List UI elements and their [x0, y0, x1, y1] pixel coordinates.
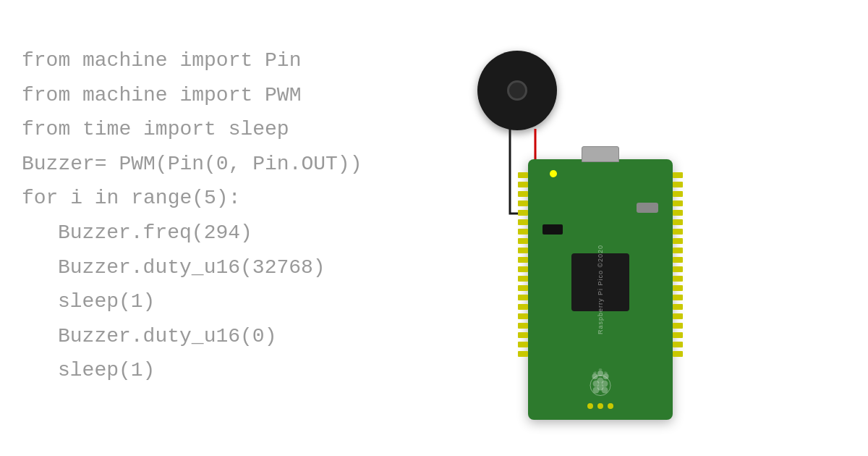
pin: [673, 238, 683, 244]
svg-point-1: [592, 373, 598, 379]
pin: [518, 238, 528, 244]
pin: [673, 210, 683, 216]
buzzer-outer: [477, 51, 557, 130]
svg-point-11: [602, 387, 608, 394]
pin: [518, 313, 528, 319]
pin: [518, 257, 528, 263]
pin: [518, 182, 528, 187]
pin: [673, 266, 683, 272]
code-line: Buzzer.duty_u16(32768): [22, 250, 362, 285]
pin: [518, 210, 528, 216]
pin: [518, 276, 528, 282]
pin: [673, 229, 683, 235]
pin: [673, 304, 683, 310]
pin: [518, 172, 528, 178]
code-line: for i in range(5):: [22, 181, 362, 216]
debug-pad: [608, 403, 613, 409]
pins-left: [518, 172, 528, 357]
pin: [518, 332, 528, 338]
pin: [673, 200, 683, 206]
code-line: from machine import Pin: [22, 43, 362, 78]
crystal-oscillator: [637, 203, 658, 213]
pin: [673, 295, 683, 300]
pin: [518, 342, 528, 347]
raspberry-pi-logo: [582, 366, 618, 402]
code-line: from time import sleep: [22, 112, 362, 147]
pin: [518, 323, 528, 329]
svg-point-12: [597, 378, 604, 384]
bootsel-button: [542, 224, 563, 235]
svg-point-10: [593, 387, 600, 394]
pin: [518, 285, 528, 291]
code-line: Buzzer.duty_u16(0): [22, 319, 362, 354]
pin: [673, 248, 683, 253]
pin: [673, 285, 683, 291]
svg-point-3: [603, 373, 609, 379]
svg-point-2: [597, 371, 603, 376]
debug-pads: [587, 403, 613, 409]
pin: [518, 219, 528, 225]
pin: [673, 191, 683, 197]
pin: [673, 332, 683, 338]
board-label: Raspberry Pi Pico ©2020: [597, 245, 604, 334]
code-line: from machine import PWM: [22, 78, 362, 113]
diagram-area: Raspberry Pi Pico ©2020: [420, 36, 723, 420]
code-line: Buzzer= PWM(Pin(0, Pin.OUT)): [22, 147, 362, 182]
pin: [518, 351, 528, 357]
pin: [673, 219, 683, 225]
buzzer-component: [477, 51, 557, 130]
pin: [518, 266, 528, 272]
usb-connector: [582, 146, 619, 162]
pin: [673, 313, 683, 319]
pin: [673, 351, 683, 357]
pins-right: [673, 172, 683, 357]
code-line: sleep(1): [22, 353, 362, 388]
pico-pcb: Raspberry Pi Pico ©2020: [528, 159, 673, 420]
pin: [673, 172, 683, 178]
debug-pad: [597, 403, 603, 409]
code-block: from machine import Pinfrom machine impo…: [22, 43, 362, 388]
led-indicator: [550, 170, 557, 177]
svg-point-5: [599, 368, 603, 371]
buzzer-inner: [507, 80, 527, 101]
pin: [673, 257, 683, 263]
pin: [518, 191, 528, 197]
pin: [673, 182, 683, 187]
pin: [673, 276, 683, 282]
debug-pad: [587, 403, 593, 409]
pin: [518, 200, 528, 206]
pin: [673, 323, 683, 329]
pin: [518, 248, 528, 253]
pico-board: Raspberry Pi Pico ©2020: [528, 159, 673, 420]
pin: [518, 304, 528, 310]
pin: [518, 295, 528, 300]
code-line: sleep(1): [22, 284, 362, 319]
pin: [673, 342, 683, 347]
pin: [518, 229, 528, 235]
code-line: Buzzer.freq(294): [22, 216, 362, 250]
